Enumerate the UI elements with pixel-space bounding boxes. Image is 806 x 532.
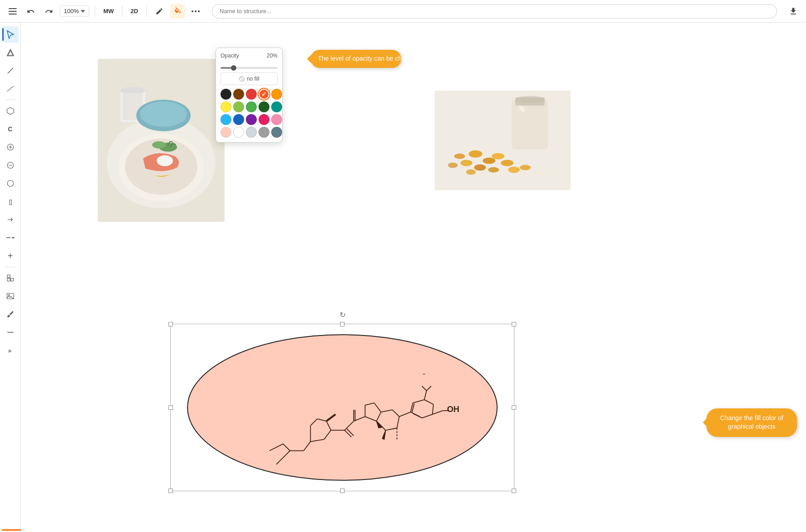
svg-rect-19	[10, 278, 13, 281]
undo-button[interactable]	[24, 4, 38, 19]
color-swatch-brown[interactable]	[233, 89, 244, 100]
sidebar-sep-2	[5, 267, 16, 267]
color-grid: ✓	[221, 89, 278, 138]
2d-label: 2D	[128, 6, 141, 16]
opacity-slider[interactable]	[221, 67, 278, 69]
sidebar-arrow-tool[interactable]	[2, 211, 19, 228]
color-swatch-orange-red[interactable]: ✓	[259, 89, 269, 100]
sidebar-squiggle-tool[interactable]	[2, 324, 19, 340]
tooltip-opacity-text: The level of opacity can be changed	[318, 55, 419, 62]
color-swatch-white[interactable]	[233, 127, 244, 138]
tooltip-fill: Change the fill color of graphical objec…	[706, 408, 797, 437]
svg-rect-35	[435, 91, 571, 190]
sidebar-circle-tool[interactable]	[2, 175, 19, 192]
svg-rect-1	[9, 11, 17, 12]
fill-color-button[interactable]	[170, 4, 185, 19]
sidebar-sep-1	[5, 100, 16, 100]
food-image	[98, 59, 225, 222]
menu-button[interactable]	[5, 4, 20, 19]
color-swatch-green[interactable]	[246, 101, 257, 112]
color-swatch-teal[interactable]	[271, 101, 282, 112]
svg-point-5	[198, 10, 200, 12]
redo-button[interactable]	[42, 4, 56, 19]
opacity-label: Opacity	[221, 53, 239, 59]
color-swatch-red[interactable]	[246, 89, 257, 100]
svg-point-50	[520, 165, 531, 170]
tooltip-opacity: The level of opacity can be changed	[311, 50, 401, 68]
handle-top-left[interactable]	[168, 322, 173, 326]
sidebar-line-tool[interactable]	[2, 62, 19, 79]
rotate-handle[interactable]: ↻	[338, 310, 347, 319]
svg-text:OH: OH	[447, 405, 459, 414]
svg-rect-0	[9, 8, 17, 9]
sidebar-select-tool[interactable]	[2, 26, 19, 43]
sidebar-transform-tool[interactable]	[2, 270, 19, 286]
color-swatch-blue[interactable]	[221, 114, 231, 125]
food-image-content	[98, 59, 225, 222]
color-swatch-dark-gray[interactable]	[271, 127, 282, 138]
svg-point-49	[448, 163, 458, 168]
color-swatch-yellow[interactable]	[221, 101, 231, 112]
color-swatch-pink[interactable]	[259, 114, 269, 125]
sidebar-plus-tool[interactable]: +	[2, 248, 19, 264]
sidebar-image-tool[interactable]	[2, 288, 19, 304]
no-fill-button[interactable]: no fill	[221, 72, 278, 85]
ellipse-container[interactable]: ↻	[170, 324, 514, 491]
color-swatch-purple[interactable]	[246, 114, 257, 125]
search-input[interactable]	[212, 4, 777, 19]
handle-top-right[interactable]	[512, 322, 516, 326]
sidebar-shape-tool[interactable]	[2, 44, 19, 61]
sidebar-dash-tool[interactable]	[2, 230, 19, 246]
handle-middle-right[interactable]	[512, 405, 516, 410]
sidebar-bracket-tool[interactable]: [ ]	[2, 193, 19, 210]
color-swatch-dark-green[interactable]	[259, 101, 269, 112]
color-picker-popup: Opacity 20% no fill ✓	[216, 48, 283, 143]
left-sidebar: C [ ] +	[0, 23, 21, 532]
color-swatch-light-gray[interactable]	[246, 127, 257, 138]
zoom-selector[interactable]: 100%	[60, 5, 89, 17]
handle-top-middle[interactable]	[340, 322, 345, 326]
sidebar-remove-circle-tool[interactable]	[2, 157, 19, 173]
color-swatch-light-pink[interactable]	[271, 114, 282, 125]
sidebar-collapse-handle[interactable]: ▶	[8, 342, 13, 359]
color-swatch-dark-blue[interactable]	[233, 114, 244, 125]
svg-point-34	[157, 155, 173, 166]
app-container: 100% MW 2D	[0, 0, 806, 532]
no-fill-label: no fill	[247, 76, 259, 82]
mw-label: MW	[101, 6, 116, 16]
svg-rect-18	[7, 275, 10, 278]
color-swatch-black[interactable]	[221, 89, 231, 100]
sidebar-paint-tool[interactable]	[2, 306, 19, 322]
svg-marker-7	[7, 108, 14, 115]
sidebar-hexagon-tool[interactable]	[2, 103, 19, 119]
svg-point-43	[454, 153, 465, 159]
svg-line-103	[240, 77, 244, 81]
sidebar-pen-tool[interactable]	[2, 81, 19, 97]
svg-point-13	[7, 180, 14, 187]
color-swatch-peach[interactable]	[221, 127, 231, 138]
zoom-value: 100%	[64, 8, 79, 14]
svg-point-40	[483, 158, 495, 164]
more-button[interactable]	[188, 4, 203, 19]
svg-text:⁼: ⁼	[422, 372, 426, 379]
svg-point-38	[515, 96, 544, 103]
svg-rect-2	[9, 14, 17, 14]
svg-point-42	[492, 153, 504, 159]
handle-bottom-left[interactable]	[168, 489, 173, 493]
canvas-area[interactable]: ↻	[21, 23, 806, 532]
svg-point-39	[469, 150, 482, 158]
opacity-value: 20%	[267, 53, 278, 59]
svg-rect-20	[7, 278, 10, 281]
download-button[interactable]	[786, 4, 801, 19]
color-swatch-orange[interactable]	[271, 89, 282, 100]
color-swatch-light-green[interactable]	[233, 101, 244, 112]
svg-point-16	[12, 237, 13, 239]
handle-bottom-middle[interactable]	[340, 489, 345, 493]
handle-bottom-right[interactable]	[512, 489, 516, 493]
color-swatch-gray[interactable]	[259, 127, 269, 138]
edit-tool-button[interactable]	[152, 4, 167, 19]
sidebar-c-label-tool[interactable]: C	[2, 121, 19, 137]
sidebar-add-circle-tool[interactable]	[2, 139, 19, 155]
svg-point-29	[140, 101, 187, 127]
handle-middle-left[interactable]	[168, 405, 173, 410]
